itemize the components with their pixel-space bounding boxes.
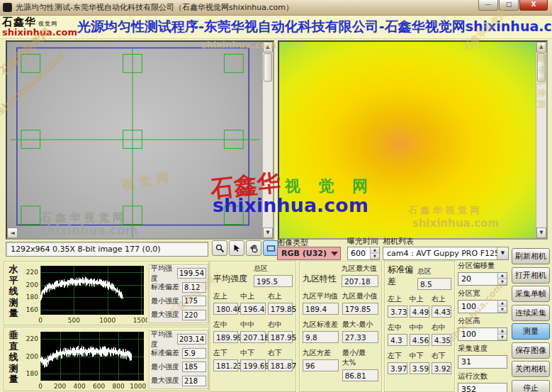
logo-site-text: shixinhua.com <box>2 28 77 37</box>
cell-label: 右中 <box>268 320 293 330</box>
cell: 九区标准差9.8 <box>303 320 339 343</box>
cell: 左下3.97 <box>388 351 407 374</box>
cell: 右上179.85 <box>268 291 293 315</box>
cell: 最小/最大%86.81 <box>342 348 378 381</box>
close-button[interactable]: X <box>519 0 548 11</box>
command-button-测量[interactable]: 测量 <box>512 323 550 340</box>
cell-label: 中中 <box>410 323 429 332</box>
cell-row: 左下181.23中下199.69右下181.87 <box>213 348 293 371</box>
param-field-分区高[interactable]: 100▲▼ <box>458 327 507 341</box>
stat-row: 最大强度220 <box>151 308 206 323</box>
scroll-thumb[interactable] <box>537 53 546 82</box>
cell-value: 3.97 <box>388 362 407 374</box>
cell-label: 左上 <box>213 291 238 301</box>
camera-dropdown[interactable]: cam4 : AVT Guppy PRO F125B ▼ <box>383 247 509 260</box>
stat-label: 最小强度 <box>151 296 182 306</box>
cell-value: 189.4 <box>303 303 339 315</box>
vertical-scrollbar[interactable]: ▲ ▼ <box>262 42 273 238</box>
header-banner: 石鑫华 视觉网 shixinhua.com 光源均匀性测试程序-东莞华视自动化科… <box>0 16 552 39</box>
param-field-分区偏移量[interactable]: 20▲▼ <box>458 272 507 286</box>
combo-arrow-icon: ▼ <box>497 247 508 259</box>
cell-row: 左上3.73中上4.49右上4.43 <box>388 294 451 318</box>
spin-up-icon[interactable]: ▲ <box>371 247 379 254</box>
maximize-button[interactable]: □ <box>499 0 519 11</box>
spin-up-icon[interactable]: ▲ <box>498 301 507 307</box>
spin-up-icon[interactable]: ▲ <box>498 328 507 335</box>
cell-value: 199.69 <box>240 359 265 371</box>
stat-row: 标准偏差8.12 <box>151 281 206 295</box>
command-button-采集单帧[interactable]: 采集单帧 <box>512 286 550 302</box>
viewer-toolbar <box>212 240 278 256</box>
param-field-分区宽[interactable]: 100▲▼ <box>458 300 507 313</box>
exposure-spinner[interactable]: 600 ▲▼ <box>347 247 380 260</box>
cell-row: 左下3.97中下3.59右下3.92 <box>388 351 451 374</box>
cell-label: 中上 <box>240 291 265 301</box>
stat-row: 平均强度203.14 <box>151 332 206 347</box>
spin-down-icon[interactable]: ▼ <box>498 307 507 313</box>
image-viewer-heatmap[interactable]: ▲ ▼ <box>278 40 548 240</box>
image-viewer-gray[interactable]: ◄ ▲ ▼ <box>6 40 274 240</box>
param-label: 采集速度 <box>458 344 509 354</box>
spin-up-icon[interactable]: ▲ <box>498 273 507 279</box>
hscroll-left-arrow[interactable]: ◄ <box>7 228 18 238</box>
stat-value: 199.54 <box>177 268 206 279</box>
vertical-measure-group: 垂直线测量 平均强度203.14标准偏差5.9最小强度185最大强度218 <box>4 327 209 391</box>
magnifier-icon <box>215 244 225 253</box>
horizontal-measure-label: 水平线测量 <box>7 264 20 319</box>
rectangle-select-tool-button[interactable] <box>263 240 278 256</box>
command-button-停止[interactable]: 停止 <box>512 380 550 392</box>
stat-value: 185 <box>182 362 206 372</box>
cell-value: 189.99 <box>213 331 238 343</box>
scroll-up-arrow[interactable]: ▲ <box>536 42 546 52</box>
cell: 中下3.59 <box>410 351 429 374</box>
stat-value: 220 <box>182 310 206 320</box>
cell-row: 左中189.99中中207.18右中187.95 <box>213 320 293 343</box>
cell-value: 181.87 <box>268 359 293 371</box>
scroll-thumb[interactable] <box>264 53 272 82</box>
cell-label: 右上 <box>268 291 293 301</box>
command-button-保存图像[interactable]: 保存图像 <box>512 342 550 359</box>
spinner-arrows[interactable]: ▲▼ <box>370 247 379 259</box>
command-button-连续采集[interactable]: 连续采集 <box>512 305 550 321</box>
spinner-arrows[interactable]: ▲▼ <box>497 301 507 313</box>
stat-value: 8.12 <box>182 282 206 293</box>
stat-row: 最小强度185 <box>151 360 206 374</box>
vertical-scrollbar[interactable]: ▲ ▼ <box>536 42 546 238</box>
pan-tool-button[interactable] <box>246 240 261 256</box>
cell-label: 九区最小值 <box>342 291 378 301</box>
zoom-tool-button[interactable] <box>212 240 227 256</box>
spinner-arrows[interactable]: ▲▼ <box>497 328 507 340</box>
scroll-down-arrow[interactable]: ▼ <box>536 228 546 238</box>
command-button-关闭相机[interactable]: 关闭相机 <box>512 361 550 377</box>
exposure-value: 600 <box>351 249 366 258</box>
exposure-label: 曝光时间 <box>347 236 378 247</box>
cell: 左上3.73 <box>388 294 407 318</box>
image-type-dropdown[interactable]: RGB (U32) <box>277 247 341 260</box>
spin-down-icon[interactable]: ▼ <box>498 279 507 286</box>
spin-down-icon[interactable]: ▼ <box>371 254 379 260</box>
stat-row: 最大强度218 <box>151 374 206 388</box>
image-status-bar: 1292x964 0.35X 8-bit image 177 (0,0) <box>6 242 208 257</box>
cell: 右中4.35 <box>432 323 451 346</box>
param-row: 运行次数352 <box>458 371 509 392</box>
title-bar: 光源均匀性测试-东莞华视自动化科技有限公司（石鑫华视觉网shixinhua.co… <box>0 0 552 16</box>
command-button-刷新相机[interactable]: 刷新相机 <box>512 248 550 264</box>
param-field-采集速度[interactable]: 31 <box>458 355 507 369</box>
cursor-tool-button[interactable] <box>229 240 244 256</box>
scroll-up-arrow[interactable]: ▲ <box>263 42 273 52</box>
scroll-down-arrow[interactable]: ▼ <box>263 228 273 238</box>
param-field-运行次数[interactable]: 352 <box>458 383 507 392</box>
command-button-打开相机[interactable]: 打开相机 <box>512 267 550 284</box>
minimize-button[interactable]: — <box>478 0 498 11</box>
region-label: 总区 <box>254 264 293 274</box>
cell-value: 179.85 <box>268 303 293 315</box>
cell-value: 181.23 <box>213 359 238 371</box>
cell-label: 右上 <box>432 294 451 304</box>
spin-down-icon[interactable]: ▼ <box>498 335 507 341</box>
spinner-arrows[interactable]: ▲▼ <box>497 273 507 285</box>
cell: 左上180.46 <box>213 291 238 315</box>
stat-value: 175 <box>182 296 206 306</box>
stat-label: 平均强度 <box>151 330 177 349</box>
cell-row: 左中4.3中中4.56右中4.35 <box>388 323 451 346</box>
param-label: 运行次数 <box>458 371 509 381</box>
